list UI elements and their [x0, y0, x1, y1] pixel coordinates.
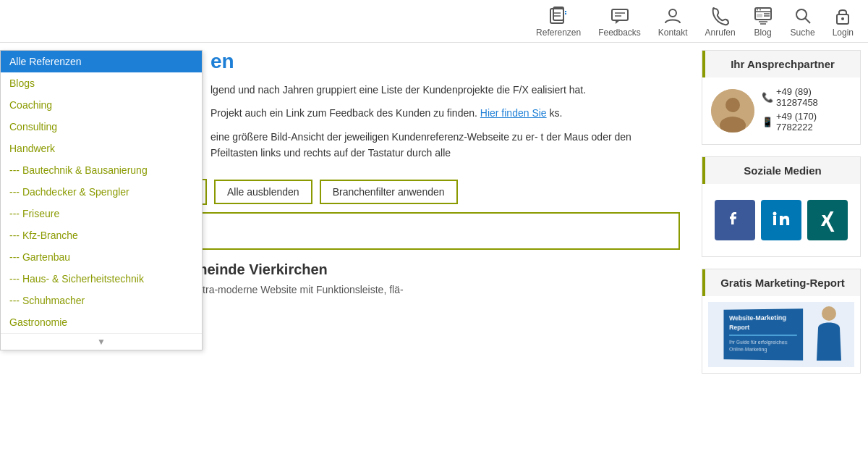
svg-line-20	[805, 18, 810, 23]
svg-point-19	[796, 9, 807, 20]
dropdown-item-blogs[interactable]: Blogs	[1, 72, 202, 94]
dropdown-item-bautechnik[interactable]: --- Bautechnik & Bausanierung	[1, 159, 202, 181]
dropdown-item-handwerk[interactable]: Handwerk	[1, 138, 202, 159]
blog-icon	[753, 6, 773, 26]
facebook-icon	[723, 209, 746, 232]
svg-point-27	[773, 212, 777, 216]
contact-info: 📞 +49 (89) 31287458 📱 +49 (170) 7782222	[762, 86, 851, 135]
contact-phone: 📞 +49 (89) 31287458	[762, 86, 851, 108]
report-book: Website-Marketing Report Ihr Guide für e…	[723, 308, 803, 361]
soziale-medien-header: Soziale Medien	[702, 157, 860, 184]
xing-icon	[816, 209, 839, 232]
soziale-medien-body	[702, 184, 860, 256]
ansprechpartner-row: 📞 +49 (89) 31287458 📱 +49 (170) 7782222	[711, 86, 851, 135]
dropdown-item-gastronomie[interactable]: Gastronomie	[1, 311, 202, 333]
report-preview: Website-Marketing Report Ihr Guide für e…	[708, 302, 854, 367]
content-para3: eine größere Bild-Ansicht der jeweiligen…	[210, 129, 680, 161]
left-panel: Alle Referenzen Blogs Coaching Consultin…	[0, 50, 694, 385]
gratis-report-body: Website-Marketing Report Ihr Guide für e…	[702, 296, 860, 373]
svg-rect-26	[773, 216, 776, 225]
suche-icon	[793, 6, 813, 26]
dropdown-item-alle[interactable]: Alle Referenzen	[1, 51, 202, 72]
project-title: Gemeinde Vierkirchen	[175, 261, 404, 278]
anrufen-icon	[710, 6, 731, 26]
report-book-title: Website-Marketing Report	[729, 313, 797, 332]
project-description: 📄 Ultra-moderne Website mit Funktionslei…	[175, 282, 404, 298]
report-person-image	[804, 303, 847, 367]
dropdown-item-schuhmacher[interactable]: --- Schuhmacher	[1, 290, 202, 311]
xing-button[interactable]	[807, 200, 848, 240]
sidebar-ansprechpartner: Ihr Ansprechpartner 📞 +49 (89) 3128745	[702, 50, 861, 145]
dropdown-item-kfz[interactable]: --- Kfz-Branche	[1, 224, 202, 246]
dropdown-list: Alle Referenzen Blogs Coaching Consultin…	[0, 50, 203, 350]
sidebar-gratis-report: Gratis Marketing-Report Website-Marketin…	[702, 269, 861, 374]
btn-filter-anwenden[interactable]: Branchenfilter anwenden	[320, 180, 458, 204]
report-person-svg	[804, 303, 847, 361]
svg-rect-14	[757, 14, 762, 17]
contact-mobile: 📱 +49 (170) 7782222	[762, 111, 851, 133]
main-layout: Alle Referenzen Blogs Coaching Consultin…	[0, 43, 868, 385]
nav-feedbacks[interactable]: Feedbacks	[598, 6, 641, 38]
dropdown-item-friseure[interactable]: --- Friseure	[1, 203, 202, 224]
content-with-dropdown: Alle Referenzen Blogs Coaching Consultin…	[0, 50, 694, 169]
nav-blog[interactable]: Blog	[753, 6, 773, 38]
ansprechpartner-header: Ihr Ansprechpartner	[702, 51, 860, 77]
referenzen-icon	[548, 6, 569, 26]
linkedin-button[interactable]	[761, 200, 801, 240]
social-icons-row	[711, 193, 851, 248]
dropdown-item-dachdecker[interactable]: --- Dachdecker & Spengler	[1, 181, 202, 203]
gratis-report-header: Gratis Marketing-Report	[702, 269, 860, 296]
nav-referenzen[interactable]: Referenzen	[536, 6, 581, 38]
mobile-icon: 📱	[762, 117, 773, 127]
project-info: Gemeinde Vierkirchen 📄 Ultra-moderne Web…	[175, 261, 404, 319]
content-para2-text: Projekt auch ein Link zum Feedback des K…	[210, 107, 477, 119]
linkedin-icon	[770, 209, 793, 232]
sidebar-soziale-medien: Soziale Medien	[702, 156, 861, 257]
right-sidebar: Ihr Ansprechpartner 📞 +49 (89) 3128745	[694, 50, 868, 385]
login-icon	[833, 6, 853, 26]
phone-icon: 📞	[762, 92, 773, 103]
svg-point-24	[726, 98, 740, 112]
avatar	[711, 89, 754, 133]
btn-ausblenden[interactable]: Alle ausblenden	[214, 180, 312, 204]
dropdown-item-consulting[interactable]: Consulting	[1, 116, 202, 138]
svg-point-13	[760, 9, 761, 11]
ansprechpartner-body: 📞 +49 (89) 31287458 📱 +49 (170) 7782222	[702, 77, 860, 144]
nav-login[interactable]: Login	[833, 6, 854, 38]
nav-anrufen[interactable]: Anrufen	[705, 6, 736, 38]
report-subtitle: Ihr Guide für erfolgreiches Online-Marke…	[729, 339, 797, 353]
facebook-button[interactable]	[715, 200, 755, 240]
content-text: en lgend und nach Jahren gruppiert eine …	[206, 50, 694, 169]
dropdown-item-coaching[interactable]: Coaching	[1, 94, 202, 116]
content-para2b: ks.	[550, 107, 563, 119]
header-nav: Referenzen Feedbacks Kontakt Anrufen	[0, 0, 868, 43]
report-divider	[729, 335, 797, 336]
svg-rect-6	[612, 9, 628, 20]
svg-point-28	[822, 306, 836, 321]
svg-point-12	[757, 9, 758, 11]
nav-suche[interactable]: Suche	[791, 6, 815, 38]
dropdown-item-gartenbau[interactable]: --- Gartenbau	[1, 246, 202, 268]
feedbacks-icon	[610, 6, 630, 26]
content-link[interactable]: Hier finden Sie	[480, 107, 547, 119]
svg-point-22	[841, 17, 844, 20]
kontakt-icon	[663, 6, 683, 26]
svg-point-9	[669, 9, 676, 17]
avatar-image	[711, 89, 754, 133]
content-heading: en	[210, 50, 680, 73]
content-para1: lgend und nach Jahren gruppiert eine Lis…	[210, 82, 680, 98]
scroll-indicator: ▼	[1, 333, 202, 350]
content-para2: Projekt auch ein Link zum Feedback des K…	[210, 105, 680, 121]
dropdown-item-haus[interactable]: --- Haus- & Sicherheitstechnik	[1, 268, 202, 290]
nav-kontakt[interactable]: Kontakt	[658, 6, 688, 38]
